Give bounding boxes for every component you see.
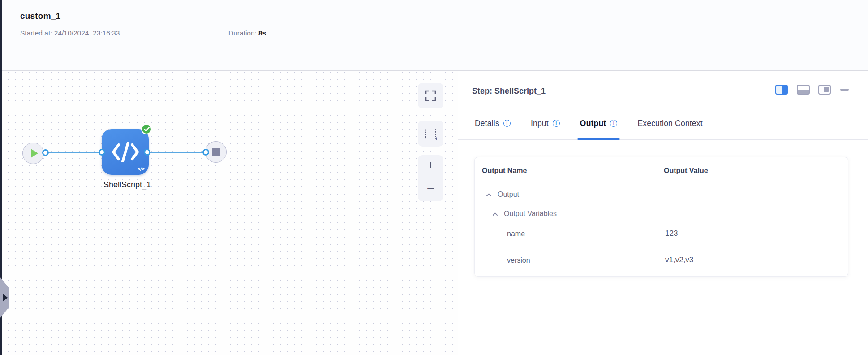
minimize-panel-icon[interactable] <box>840 89 849 91</box>
output-name-cell: name <box>507 230 525 238</box>
row-divider <box>498 249 841 249</box>
output-name-cell: version <box>507 256 530 264</box>
success-check-icon <box>141 124 152 134</box>
edge-step-to-end <box>147 152 206 153</box>
chevron-up-icon[interactable] <box>492 212 498 216</box>
output-table-card: Output Name Output Value Output Output V… <box>474 157 848 277</box>
header-divider <box>481 182 842 182</box>
chevron-right-icon <box>3 294 8 302</box>
step-node-label: ShellScript_1 <box>80 180 174 190</box>
output-value-cell: 123 <box>665 229 678 238</box>
zoom-out-button[interactable]: − <box>427 182 435 195</box>
panel-title: Step: ShellScript_1 <box>472 87 546 96</box>
fullscreen-button[interactable] <box>418 83 443 108</box>
info-icon[interactable]: i <box>503 120 511 127</box>
layout-split-right-icon[interactable] <box>775 85 788 95</box>
column-header-output-name: Output Name <box>482 167 527 175</box>
duration-text: Duration:8s <box>228 29 266 37</box>
execution-header: custom_1 Started at: 24/10/2024, 23:16:3… <box>0 0 868 71</box>
edge-start-to-step <box>45 152 102 153</box>
table-row-group-output-variables[interactable]: Output Variables <box>492 209 557 218</box>
tab-output[interactable]: Output i <box>580 107 618 139</box>
code-icon <box>112 142 139 162</box>
tab-details[interactable]: Details i <box>475 107 511 139</box>
zoom-controls: + − <box>418 155 443 201</box>
table-row-group-output[interactable]: Output <box>486 190 519 199</box>
code-mini-icon: </> <box>137 166 145 172</box>
info-icon[interactable]: i <box>553 120 560 127</box>
play-icon <box>31 149 38 158</box>
info-icon[interactable]: i <box>610 120 617 127</box>
duration-label: Duration: <box>228 29 257 37</box>
stop-icon <box>212 148 220 156</box>
page-title: custom_1 <box>20 11 60 21</box>
tab-execution-context[interactable]: Execution Context <box>637 107 702 139</box>
column-header-output-value: Output Value <box>664 167 708 175</box>
start-node[interactable] <box>22 143 44 164</box>
port-step-in <box>99 149 105 156</box>
marquee-select-icon: + <box>425 129 436 139</box>
tab-input[interactable]: Input i <box>531 107 560 139</box>
output-value-cell: v1,v2,v3 <box>665 255 693 264</box>
step-tabs: Details i Input i Output i Execution Con… <box>458 107 868 140</box>
chevron-up-icon[interactable] <box>486 193 492 197</box>
layout-bottom-icon[interactable] <box>797 85 810 95</box>
pipeline-execution-view: custom_1 Started at: 24/10/2024, 23:16:3… <box>0 0 868 355</box>
port-end-in <box>202 149 209 156</box>
port-start-out <box>42 149 49 156</box>
fullscreen-icon <box>425 90 437 102</box>
step-details-panel: Step: ShellScript_1 Details i Input i Ou… <box>458 71 868 355</box>
zoom-in-button[interactable]: + <box>427 159 434 171</box>
layout-floating-icon[interactable] <box>818 85 831 95</box>
started-at-text: Started at: 24/10/2024, 23:16:33 <box>20 29 120 37</box>
shellscript-step-node[interactable]: </> <box>102 129 149 175</box>
pipeline-canvas[interactable]: </> ShellScript_1 + + − <box>2 71 458 355</box>
duration-value: 8s <box>258 29 266 37</box>
port-step-out <box>144 149 150 156</box>
scrollbar-track[interactable] <box>865 71 865 355</box>
marquee-select-button[interactable]: + <box>418 121 443 147</box>
